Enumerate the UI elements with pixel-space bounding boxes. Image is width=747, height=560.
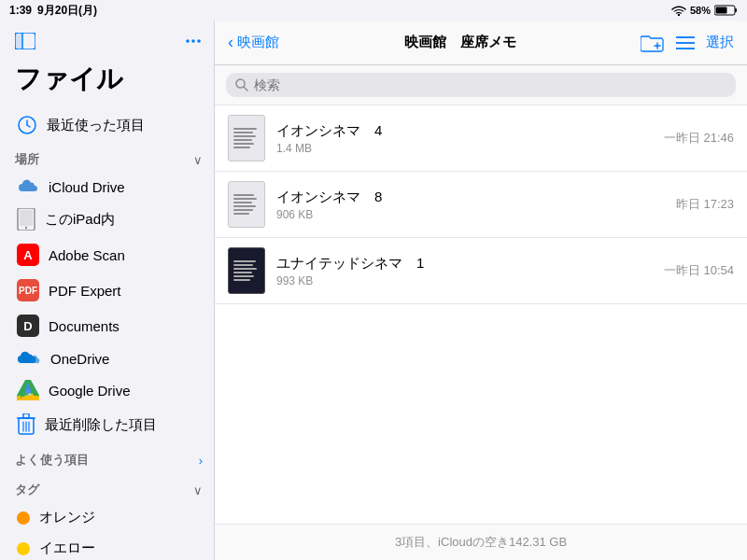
nav-back-label[interactable]: 映画館 bbox=[237, 34, 279, 51]
sidebar-title: ファイル bbox=[15, 58, 214, 108]
footer-text: 3項目、iCloudの空き142.31 GB bbox=[395, 535, 567, 549]
file-thumb-lines-1 bbox=[233, 192, 260, 217]
sidebar-item-ipad-label: このiPad内 bbox=[45, 211, 115, 229]
nav-bar: ‹ 映画館 映画館 座席メモ 選択 bbox=[215, 21, 747, 65]
svg-line-33 bbox=[244, 87, 247, 91]
sidebar-item-documents-label: Documents bbox=[49, 318, 120, 334]
sidebar-section-places-header[interactable]: 場所 ∨ bbox=[15, 142, 214, 172]
svg-rect-23 bbox=[23, 413, 29, 418]
main-layout: ファイル 最近使った項目 場所 ∨ iCloud Drive bbox=[0, 21, 747, 560]
file-thumb-1 bbox=[228, 181, 265, 228]
sidebar-item-documents[interactable]: D Documents bbox=[15, 308, 214, 343]
file-item-2[interactable]: ユナイテッドシネマ 1 993 KB 一昨日 10:54 bbox=[215, 238, 747, 304]
file-info-1: イオンシネマ 8 906 KB bbox=[276, 189, 665, 221]
status-right: 58% bbox=[671, 5, 738, 16]
tags-chevron-icon: ∨ bbox=[193, 483, 203, 497]
select-button[interactable]: 選択 bbox=[706, 34, 734, 51]
back-arrow-icon[interactable]: ‹ bbox=[228, 33, 233, 52]
sidebar-item-tag-orange[interactable]: オレンジ bbox=[15, 502, 214, 533]
file-date-1: 昨日 17:23 bbox=[676, 196, 734, 213]
nav-right: 選択 bbox=[641, 33, 734, 53]
status-bar: 1:39 9月20日(月) 58% bbox=[0, 0, 747, 21]
svg-rect-15 bbox=[20, 210, 33, 226]
sidebar-item-icloud-label: iCloud Drive bbox=[49, 179, 125, 195]
file-size-0: 1.4 MB bbox=[276, 142, 653, 155]
sidebar-item-tag-yellow[interactable]: イエロー bbox=[15, 533, 214, 560]
svg-line-12 bbox=[27, 125, 30, 127]
search-input-wrapper bbox=[226, 73, 736, 97]
favorites-chevron-icon: › bbox=[199, 454, 203, 468]
file-thumb-2 bbox=[228, 247, 265, 294]
documents-icon: D bbox=[17, 315, 39, 337]
svg-point-9 bbox=[197, 39, 201, 43]
file-thumb-lines-0 bbox=[233, 126, 260, 150]
sidebar-item-recents-label: 最近使った項目 bbox=[47, 117, 145, 134]
search-bar bbox=[215, 65, 747, 105]
svg-point-14 bbox=[25, 227, 27, 229]
sidebar-item-recents[interactable]: 最近使った項目 bbox=[15, 108, 214, 142]
nav-title: 映画館 座席メモ bbox=[404, 34, 516, 51]
status-battery: 58% bbox=[690, 5, 711, 16]
more-icon[interactable] bbox=[184, 32, 203, 50]
status-time: 1:39 bbox=[9, 4, 32, 17]
file-name-1: イオンシネマ 8 bbox=[276, 189, 665, 206]
svg-rect-5 bbox=[15, 33, 22, 49]
file-item-0[interactable]: イオンシネマ 4 1.4 MB 一昨日 21:46 bbox=[215, 105, 747, 172]
file-thumb-lines-2 bbox=[233, 259, 260, 283]
file-thumb-0 bbox=[228, 115, 265, 161]
clock-icon bbox=[17, 115, 37, 135]
sidebar-item-ipad[interactable]: このiPad内 bbox=[15, 202, 214, 237]
file-size-1: 906 KB bbox=[276, 208, 665, 221]
sidebar-item-tag-orange-label: オレンジ bbox=[39, 509, 95, 526]
sidebar-item-tag-yellow-label: イエロー bbox=[39, 539, 95, 557]
wifi-icon bbox=[671, 5, 686, 16]
sidebar-item-gdrive[interactable]: Google Drive bbox=[15, 373, 214, 407]
file-info-0: イオンシネマ 4 1.4 MB bbox=[276, 122, 653, 155]
sidebar-toolbar bbox=[15, 28, 214, 58]
file-name-2: ユナイテッドシネマ 1 bbox=[276, 255, 653, 273]
file-size-2: 993 KB bbox=[276, 274, 653, 287]
tag-orange-dot bbox=[17, 511, 30, 525]
trash-icon bbox=[17, 413, 35, 436]
sidebar-item-onedrive-label: OneDrive bbox=[50, 351, 109, 367]
svg-point-8 bbox=[191, 39, 195, 43]
status-date: 9月20日(月) bbox=[37, 3, 97, 19]
sidebar-item-trash[interactable]: 最近削除した項目 bbox=[15, 407, 214, 442]
nav-left: ‹ 映画館 bbox=[228, 33, 279, 52]
sidebar-item-adobe[interactable]: A Adobe Scan bbox=[15, 237, 214, 273]
sidebar-item-pdf[interactable]: PDF PDF Expert bbox=[15, 273, 214, 308]
svg-point-7 bbox=[186, 39, 190, 43]
sidebar-item-icloud[interactable]: iCloud Drive bbox=[15, 172, 214, 202]
icloud-icon bbox=[17, 178, 39, 195]
status-left: 1:39 9月20日(月) bbox=[9, 3, 97, 19]
pdf-icon: PDF bbox=[17, 279, 39, 301]
ipad-icon bbox=[17, 208, 35, 231]
sidebar-item-adobe-label: Adobe Scan bbox=[49, 247, 125, 263]
onedrive-icon bbox=[17, 350, 41, 367]
sidebar: ファイル 最近使った項目 場所 ∨ iCloud Drive bbox=[0, 21, 215, 560]
file-info-2: ユナイテッドシネマ 1 993 KB bbox=[276, 255, 653, 287]
file-item-1[interactable]: イオンシネマ 8 906 KB 昨日 17:23 bbox=[215, 172, 747, 238]
places-chevron-icon: ∨ bbox=[193, 153, 203, 167]
list-view-icon[interactable] bbox=[676, 35, 695, 51]
sidebar-item-trash-label: 最近削除した項目 bbox=[45, 416, 157, 434]
sidebar-section-tags-header[interactable]: タグ ∨ bbox=[15, 472, 214, 502]
sidebar-item-pdf-label: PDF Expert bbox=[49, 283, 121, 299]
status-footer: 3項目、iCloudの空き142.31 GB bbox=[215, 524, 747, 560]
file-date-0: 一昨日 21:46 bbox=[664, 130, 734, 147]
file-list: イオンシネマ 4 1.4 MB 一昨日 21:46 bbox=[215, 105, 747, 524]
search-icon bbox=[235, 78, 248, 91]
svg-rect-2 bbox=[735, 8, 737, 12]
file-name-0: イオンシネマ 4 bbox=[276, 122, 653, 140]
search-input[interactable] bbox=[254, 77, 726, 92]
right-panel: ‹ 映画館 映画館 座席メモ 選択 bbox=[215, 21, 747, 560]
sidebar-section-favorites-title: よく使う項目 bbox=[15, 452, 90, 469]
sidebar-item-gdrive-label: Google Drive bbox=[49, 383, 131, 399]
file-date-2: 一昨日 10:54 bbox=[664, 262, 734, 279]
sidebar-section-favorites-header[interactable]: よく使う項目 › bbox=[15, 442, 214, 472]
sidebar-toggle-icon[interactable] bbox=[15, 33, 35, 49]
sidebar-item-onedrive[interactable]: OneDrive bbox=[15, 343, 214, 373]
new-folder-icon[interactable] bbox=[641, 33, 665, 53]
adobe-icon: A bbox=[17, 244, 39, 266]
battery-icon bbox=[714, 5, 738, 16]
